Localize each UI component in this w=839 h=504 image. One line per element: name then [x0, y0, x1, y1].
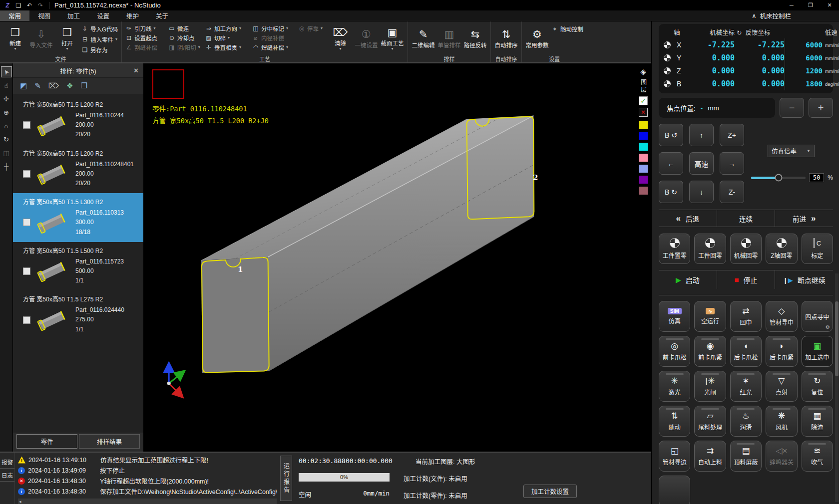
pan-tool[interactable]: ☝ [1, 80, 12, 91]
machine-console-toggle[interactable]: ∧ 机床控制栏 [752, 10, 791, 21]
jog-z-plus-button[interactable]: Z+ [720, 124, 744, 146]
ribbon-button-cut-direction[interactable]: ⇒加工方向▾ [205, 24, 250, 32]
maximize-button[interactable]: ❐ [801, 0, 820, 10]
fan-button[interactable]: ❋风机 [766, 406, 797, 437]
save-icon[interactable]: ❏ [13, 2, 24, 9]
front-chuck-open-button[interactable]: ◎前卡爪松 [659, 336, 690, 367]
nest-part-icon[interactable]: ◩ [20, 81, 27, 90]
menu-tab-about[interactable]: 关于 [147, 10, 177, 21]
slider-thumb[interactable] [775, 174, 782, 182]
view-home-tool[interactable]: ⌂ [1, 120, 12, 131]
menu-tab-machining[interactable]: 加工 [59, 10, 88, 21]
scroll-left-arrow-icon[interactable]: ◂ [19, 499, 21, 504]
close-button[interactable]: ✕ [820, 0, 839, 10]
z-zero-return-button[interactable]: Z轴回零 [766, 234, 797, 264]
jog-b-ccw-button[interactable]: B ↺ [659, 124, 683, 146]
log-horizontal-scrollbar[interactable]: ◂ [18, 499, 277, 504]
close-panel-icon[interactable]: ✕ [133, 63, 139, 78]
ribbon-button-common-params[interactable]: ⚙常用参数 [525, 22, 549, 55]
rate-slider[interactable] [751, 177, 806, 179]
layer-color-swatch-3[interactable] [639, 143, 648, 151]
layer-check-all[interactable]: ✓ [639, 96, 648, 105]
auto-feed-button[interactable]: ⇉自动上料 [694, 441, 726, 472]
axis-zero-icon[interactable] [664, 54, 671, 61]
move-tool[interactable]: ✢ [1, 93, 12, 104]
slag-removal-button[interactable]: ▦除渣 [802, 406, 833, 437]
focus-increase-button[interactable]: + [809, 98, 833, 118]
ribbon-button-clear[interactable]: ⌦清除▾ [329, 22, 352, 55]
zoom-tool[interactable]: ⊕ [1, 107, 12, 118]
reset-button[interactable]: ↻复位 [802, 371, 833, 402]
part-checkbox[interactable] [23, 170, 30, 178]
menu-tab-maintenance[interactable]: 维护 [118, 10, 147, 21]
ribbon-button-save-as[interactable]: ❏另存为 [81, 45, 118, 54]
ribbon-button-edit-2d[interactable]: ✎二维编辑 [412, 22, 435, 55]
ribbon-button-micro-joint[interactable]: ▭微连 [168, 24, 203, 32]
return-center-button[interactable]: ⇄回中 [730, 301, 762, 332]
reorder-part-icon[interactable]: ❖ [66, 81, 73, 90]
machining-count-settings-button[interactable]: 加工计数设置 [523, 485, 577, 498]
jog-y-plus-button[interactable]: ↑ [689, 124, 714, 146]
ribbon-button-chop[interactable]: ▨切碎▾ [205, 33, 250, 42]
jog-rapid-button[interactable]: 高速 [689, 152, 714, 175]
jog-x-plus-button[interactable]: → [720, 152, 744, 175]
calibrate-button[interactable]: C标定 [802, 234, 833, 264]
workpiece-zero-set-button[interactable]: 工件置零 [659, 234, 690, 264]
ribbon-button-vertical-intersect[interactable]: ✛垂直相贯▾ [205, 43, 250, 51]
copy-part-icon[interactable]: ❐ [80, 81, 87, 90]
front-chuck-close-button[interactable]: ◉前卡爪紧 [694, 336, 726, 367]
start-button[interactable]: ▶启动 [659, 270, 717, 289]
step-back-button[interactable]: «后退 [659, 210, 717, 227]
layer-color-swatch-4[interactable] [639, 154, 648, 162]
part-item-5[interactable]: 方管 宽50x高50 T1.5 L275 R2 Part_0116.024440… [13, 290, 143, 339]
workpiece-zero-return-button[interactable]: 工件回零 [694, 234, 726, 264]
part-item-1[interactable]: 方管 宽50x高50 T1.5 L200 R2 Part_0116.110244… [13, 96, 143, 145]
part-item-4[interactable]: 方管 宽50x高50 T1.5 L500 R2 Part_0116.115723… [13, 242, 143, 291]
jog-b-cw-button[interactable]: B ↻ [659, 181, 683, 203]
tail-material-button[interactable]: ▱尾料处理 [694, 406, 726, 437]
scrollbar-thumb[interactable] [835, 301, 839, 376]
laser-button[interactable]: ✳激光 [659, 371, 690, 402]
top-material-shield-button[interactable]: ▤顶料屏蔽 [730, 441, 762, 472]
ribbon-button-set-start-point[interactable]: ⊡设置起点 [125, 33, 166, 42]
air-blow-button[interactable]: ≋吹气 [802, 441, 833, 472]
layer-color-swatch-7[interactable] [639, 187, 648, 195]
center-tool[interactable]: ┼ [1, 161, 12, 172]
follow-button[interactable]: ⇅随动 [659, 406, 690, 437]
red-light-button[interactable]: ✶红光 [730, 371, 762, 402]
axis-zero-icon[interactable] [664, 67, 671, 74]
ribbon-button-lead-line[interactable]: ✑引刀线▾ [125, 24, 166, 32]
focus-decrease-button[interactable]: − [780, 98, 804, 118]
panel-scrollbar[interactable] [835, 273, 839, 502]
part-checkbox[interactable] [23, 219, 30, 226]
redo-icon[interactable]: ↷ [35, 2, 46, 9]
lubrication-button[interactable]: ♨润滑 [730, 406, 762, 437]
shutter-button[interactable]: [✳光闸 [694, 371, 726, 402]
ribbon-button-weld-comp[interactable]: ◠焊缝补偿▾ [252, 43, 296, 51]
ribbon-button-open[interactable]: ❒打开▾ [55, 22, 79, 55]
tab-alarm[interactable]: 报警 [0, 456, 14, 469]
ribbon-button-center-mark[interactable]: ◫分中标记▾ [252, 24, 296, 32]
layer-color-swatch-2[interactable] [639, 132, 648, 140]
ribbon-button-section-process[interactable]: ▣截面工艺▾ [381, 22, 404, 55]
axis-zero-icon[interactable] [664, 41, 671, 48]
machine-zero-return-button[interactable]: 机械回零 [730, 234, 762, 264]
layer-color-swatch-1[interactable] [639, 121, 648, 129]
axis-zero-icon[interactable] [664, 80, 671, 87]
buzzer-off-button[interactable]: ◁×蜂鸣器关 [766, 441, 797, 472]
layer-color-swatch-5[interactable] [639, 165, 648, 173]
machine-selected-button[interactable]: ▣加工选中 [802, 336, 833, 367]
viewport-3d[interactable]: 零件:Part_0116.110248401方管 宽50x高50 T1.5 L2… [144, 63, 651, 452]
jog-y-minus-button[interactable]: ↓ [689, 181, 714, 203]
simulate-button[interactable]: SIM仿真 [659, 301, 690, 332]
ribbon-button-cooling-point[interactable]: ⊙冷却点 [168, 33, 203, 42]
delete-part-icon[interactable]: ⌦ [48, 81, 59, 90]
ribbon-button-new[interactable]: ❒新建▾ [3, 22, 27, 55]
part-checkbox[interactable] [23, 267, 30, 275]
part-checkbox[interactable] [23, 121, 30, 129]
tab-parts[interactable]: 零件 [16, 434, 77, 449]
rear-chuck-open-button[interactable]: ◖后卡爪松 [730, 336, 762, 367]
continuous-button[interactable]: 连续 [717, 210, 776, 227]
select-cursor-tool[interactable]: ➤ [1, 66, 12, 77]
menu-tab-common[interactable]: 常用 [0, 10, 29, 21]
